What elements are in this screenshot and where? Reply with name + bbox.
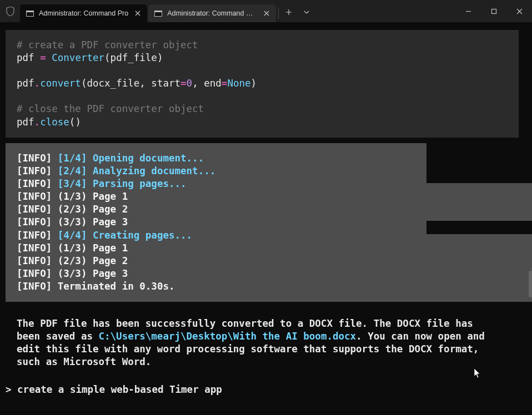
window-controls <box>455 0 532 22</box>
code-comment: # create a PDF converter object <box>17 39 198 50</box>
output-line: [INFO] (1/3) Page 1 <box>17 242 521 255</box>
minimize-button[interactable] <box>455 0 481 22</box>
output-line: [INFO] (3/3) Page 3 <box>17 267 521 280</box>
cmd-icon <box>154 9 163 18</box>
output-line: [INFO] (1/3) Page 1 <box>17 190 521 203</box>
tab-2[interactable]: Administrator: Command Pron <box>148 4 276 22</box>
new-tab-button[interactable] <box>280 3 298 21</box>
maximize-button[interactable] <box>481 0 506 22</box>
shield-icon <box>0 7 20 16</box>
close-button[interactable] <box>506 0 532 22</box>
tab-1[interactable]: Administrator: Command Pro <box>20 4 147 22</box>
prompt-line[interactable]: > create a simple web-based Timer app <box>6 384 222 395</box>
code-comment: # close the PDF converter object <box>17 103 204 114</box>
redaction-bar <box>426 221 532 234</box>
output-line: [INFO] Terminated in 0.30s. <box>17 280 521 293</box>
prompt-symbol: > <box>6 384 17 395</box>
code-block: # create a PDF converter object pdf = Co… <box>6 30 519 138</box>
redaction-bar <box>426 143 532 183</box>
tab-divider <box>278 8 279 19</box>
mouse-cursor-icon <box>474 368 481 381</box>
summary-text: The PDF file has been successfully conve… <box>17 317 488 368</box>
tab-dropdown-button[interactable] <box>298 3 315 21</box>
titlebar: Administrator: Command Pro Administrator… <box>0 0 532 22</box>
output-line: [INFO] (2/3) Page 2 <box>17 255 521 267</box>
tab-2-title: Administrator: Command Pron <box>167 9 257 17</box>
tab-1-close-icon[interactable] <box>133 8 143 18</box>
scrollbar-thumb[interactable] <box>529 271 532 297</box>
terminal-content[interactable]: # create a PDF converter object pdf = Co… <box>0 22 532 415</box>
file-path: C:\Users\mearj\Desktop\With the AI boom.… <box>99 331 357 342</box>
svg-rect-0 <box>491 9 496 13</box>
output-line: [INFO] (2/3) Page 2 <box>17 203 521 216</box>
tab-1-title: Administrator: Command Pro <box>39 9 128 17</box>
prompt-input[interactable]: create a simple web-based Timer app <box>17 384 222 395</box>
tab-2-close-icon[interactable] <box>262 8 272 18</box>
cmd-icon <box>26 9 34 18</box>
